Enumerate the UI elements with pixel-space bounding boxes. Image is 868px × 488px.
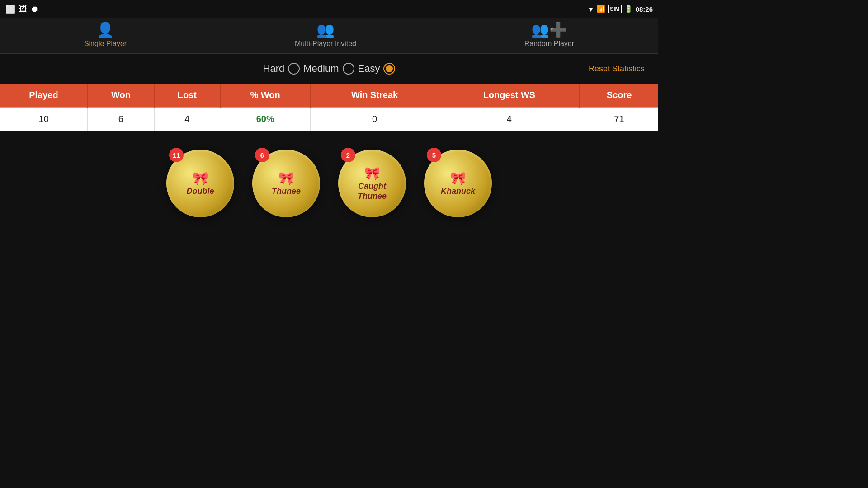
medium-label: Medium: [303, 63, 339, 75]
medal-label-double: Double: [182, 187, 219, 197]
nav-multi-player[interactable]: 👥 Multi-Player Invited: [295, 23, 356, 48]
medal-bow-caught-thunee: 🎀: [364, 166, 380, 181]
stats-header-row: Played Won Lost % Won Win Streak Longest…: [0, 84, 658, 107]
medal-bow-khanuck: 🎀: [450, 171, 466, 186]
app-icon-1: ⬜: [5, 4, 15, 14]
wifi-icon: ▼: [587, 5, 594, 13]
app-icon-2: 🖼: [19, 5, 27, 14]
medal-double: 11🎀Double: [166, 150, 234, 217]
medal-label-khanuck: Khanuck: [436, 187, 480, 197]
difficulty-row: Hard Medium Easy Reset Statistics: [0, 54, 658, 79]
medal-count-khanuck: 5: [427, 148, 441, 162]
header-score: Score: [580, 84, 658, 107]
easy-radio[interactable]: [383, 63, 395, 75]
nav-random-player[interactable]: 👥➕ Random Player: [524, 23, 574, 48]
random-player-icon: 👥➕: [531, 23, 567, 37]
reset-statistics-button[interactable]: Reset Statistics: [589, 64, 645, 74]
status-left-icons: ⬜ 🖼 ⏺: [5, 4, 39, 14]
cell-won: 6: [88, 107, 154, 131]
easy-label: Easy: [358, 63, 380, 75]
multi-player-icon: 👥: [316, 23, 335, 37]
medal-bow-thunee: 🎀: [278, 171, 294, 186]
medal-count-double: 11: [169, 148, 184, 162]
clock: 08:26: [636, 5, 653, 13]
medal-label-caught-thunee: Caught Thunee: [338, 182, 406, 201]
medal-khanuck: 5🎀Khanuck: [424, 150, 492, 217]
top-nav: 👤 Single Player 👥 Multi-Player Invited 👥…: [0, 18, 658, 54]
stats-table: Played Won Lost % Won Win Streak Longest…: [0, 84, 658, 131]
cell-longest-ws: 4: [439, 107, 580, 131]
multi-player-label: Multi-Player Invited: [295, 40, 356, 48]
cell-lost: 4: [154, 107, 220, 131]
header-longest-ws: Longest WS: [439, 84, 580, 107]
battery-icon: 🔋: [624, 5, 633, 13]
status-bar: ⬜ 🖼 ⏺ ▼ 📶 SIM 🔋 08:26: [0, 0, 658, 18]
random-player-label: Random Player: [524, 40, 574, 48]
medal-thunee: 6🎀Thunee: [252, 150, 320, 217]
hard-label: Hard: [263, 63, 285, 75]
medal-count-caught-thunee: 2: [341, 148, 355, 162]
single-player-icon: 👤: [96, 23, 114, 37]
header-win-streak: Win Streak: [311, 84, 439, 107]
header-played: Played: [0, 84, 88, 107]
medal-caught-thunee: 2🎀Caught Thunee: [338, 150, 406, 217]
single-player-label: Single Player: [84, 40, 127, 48]
status-right-info: ▼ 📶 SIM 🔋 08:26: [587, 5, 653, 13]
medal-count-thunee: 6: [255, 148, 269, 162]
header-lost: Lost: [154, 84, 220, 107]
app-icon-3: ⏺: [31, 5, 39, 14]
nav-single-player[interactable]: 👤 Single Player: [84, 23, 127, 48]
cell-score: 71: [580, 107, 658, 131]
signal-icon: 📶: [597, 5, 605, 13]
medium-radio[interactable]: [343, 63, 354, 75]
stats-data-row: 10 6 4 60% 0 4 71: [0, 107, 658, 131]
header-won: Won: [88, 84, 154, 107]
hard-radio[interactable]: [288, 63, 300, 75]
header-pct-won: % Won: [220, 84, 311, 107]
cell-win-streak: 0: [311, 107, 439, 131]
cell-pct-won: 60%: [220, 107, 311, 131]
cell-played: 10: [0, 107, 88, 131]
medals-row: 11🎀Double6🎀Thunee2🎀Caught Thunee5🎀Khanuc…: [0, 150, 658, 217]
medal-label-thunee: Thunee: [267, 187, 305, 197]
sim-icon: SIM: [608, 5, 621, 13]
medal-bow-double: 🎀: [193, 171, 208, 186]
